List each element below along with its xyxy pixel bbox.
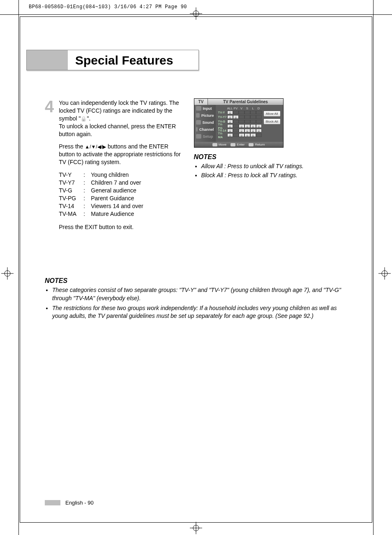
osd-screenshot: TV TV Parental Guidelines Input Picture … <box>194 98 284 148</box>
registration-mark-bottom-icon <box>190 522 202 534</box>
step-4: 4 You can independently lock the TV rati… <box>45 99 184 236</box>
arrow-buttons-text: ▲/▼/◀/▶ <box>85 144 106 150</box>
osd-block-all-button: Block All <box>263 118 281 125</box>
osd-footer: Move Enter Return <box>194 142 283 147</box>
title-bar-accent <box>27 50 68 70</box>
page-frame: Special Features 4 You can independently… <box>20 16 372 523</box>
osd-tv-tab: TV <box>194 99 208 105</box>
channel-icon <box>196 127 198 132</box>
step-paragraph-1: You can independently lock the TV rating… <box>59 99 184 138</box>
section-title: Special Features <box>68 50 198 70</box>
crop-line-left <box>18 0 19 535</box>
picture-icon <box>196 113 200 118</box>
lower-note-1: These categories consist of two separate… <box>52 286 347 302</box>
lower-notes-heading: NOTES <box>45 277 347 285</box>
print-header: BP68-00586D-01Eng(084~103) 3/16/06 4:27 … <box>29 4 187 10</box>
lower-notes-list: These categories consist of two separate… <box>45 286 347 320</box>
sound-icon <box>196 120 201 125</box>
side-note-allow: Allow All : Press to unlock all TV ratin… <box>201 162 315 171</box>
footer-accent <box>45 500 60 505</box>
move-icon <box>212 143 217 146</box>
osd-title: TV Parental Guidelines <box>208 99 283 105</box>
ratings-definitions: TV-Y:Young children TV-Y7:Children 7 and… <box>59 171 184 218</box>
lock-icon: 🔒 <box>81 116 87 122</box>
return-icon <box>249 143 254 146</box>
section-title-bar: Special Features <box>26 50 199 70</box>
registration-mark-left-icon <box>1 267 14 280</box>
osd-sidebar: Input Picture Sound Channel Setup <box>194 105 216 142</box>
osd-allow-all-button: Allow All <box>263 111 281 117</box>
side-note-block: Block All : Press to lock all TV ratings… <box>201 171 315 180</box>
registration-mark-right-icon <box>378 267 391 280</box>
page-footer: English - 90 <box>45 500 94 506</box>
step-number: 4 <box>45 99 54 236</box>
osd-grid: ALL FV V S L D TV-Y TV-Y7 TV-G TV-PG TV-… <box>216 105 283 142</box>
page-number: English - 90 <box>65 500 94 506</box>
enter-icon <box>231 143 235 146</box>
lower-note-2: The restrictions for these two groups wo… <box>52 304 347 320</box>
crop-line-right <box>373 0 374 535</box>
input-icon <box>196 106 201 111</box>
step-paragraph-2: Press the ▲/▼/◀/▶ buttons and the ENTER … <box>59 143 184 166</box>
side-notes-heading: NOTES <box>194 153 315 161</box>
step-exit: Press the EXIT button to exit. <box>59 223 184 231</box>
setup-icon <box>196 134 201 139</box>
side-notes-list: Allow All : Press to unlock all TV ratin… <box>194 162 315 179</box>
